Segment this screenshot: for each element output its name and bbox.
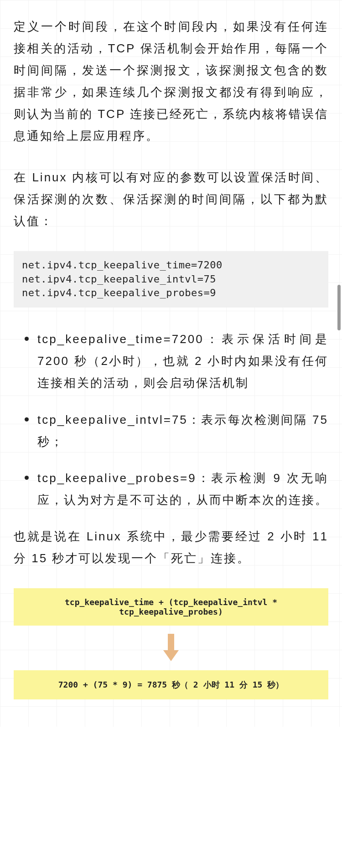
code-block-keepalive: net.ipv4.tcp_keepalive_time=7200 net.ipv… xyxy=(14,251,328,308)
list-item: tcp_keepalive_probes=9：表示检测 9 次无响应，认为对方是… xyxy=(14,467,328,511)
list-item: tcp_keepalive_intvl=75：表示每次检测间隔 75 秒； xyxy=(14,409,328,452)
article-content: 定义一个时间段，在这个时间段内，如果没有任何连接相关的活动，TCP 保活机制会开… xyxy=(0,0,342,727)
formula-expression: tcp_keepalive_time + (tcp_keepalive_intv… xyxy=(14,588,328,626)
bullet-list: tcp_keepalive_time=7200：表示保活时间是 7200 秒（2… xyxy=(14,328,328,511)
paragraph-linux-params: 在 Linux 内核可以有对应的参数可以设置保活时间、保活探测的次数、保活探测的… xyxy=(14,166,328,232)
scrollbar[interactable] xyxy=(337,285,341,330)
paragraph-summary: 也就是说在 Linux 系统中，最少需要经过 2 小时 11 分 15 秒才可以… xyxy=(14,525,328,569)
arrow-down-icon xyxy=(14,626,328,670)
formula-result: 7200 + (75 * 9) = 7875 秒（ 2 小时 11 分 15 秒… xyxy=(14,670,328,699)
paragraph-intro: 定义一个时间段，在这个时间段内，如果没有任何连接相关的活动，TCP 保活机制会开… xyxy=(14,15,328,147)
list-item: tcp_keepalive_time=7200：表示保活时间是 7200 秒（2… xyxy=(14,328,328,394)
